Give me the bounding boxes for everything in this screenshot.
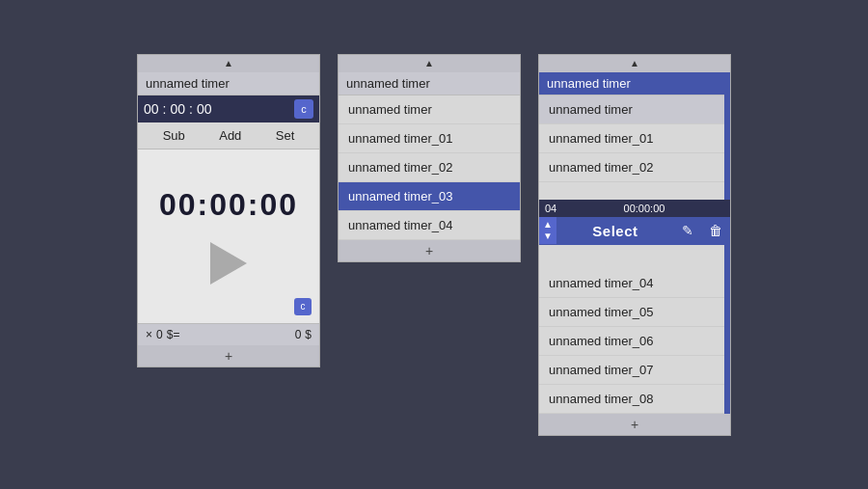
list-item[interactable]: unnamed timer_04 (339, 211, 520, 240)
popup-row-num: 04 (545, 203, 560, 214)
list-item[interactable]: unnamed timer (339, 95, 520, 124)
list-item-p3[interactable]: unnamed timer_07 (539, 356, 730, 385)
footer-value: 0 (156, 328, 163, 341)
popup-edit-button[interactable]: ✎ (674, 217, 701, 244)
list-item-p3[interactable]: unnamed timer_06 (539, 327, 730, 356)
timer-display-area: 00:00:00 c (138, 149, 319, 323)
colon2: : (189, 101, 193, 117)
list-item[interactable]: unnamed timer_03 (339, 182, 520, 211)
list-item-p3[interactable]: unnamed timer_02 (539, 153, 730, 182)
popup-bar: 04 00:00:00 (539, 200, 730, 217)
footer-dollar-eq: $= (167, 328, 180, 341)
play-button[interactable] (210, 242, 247, 285)
panel3-title: unnamed timer (539, 72, 730, 95)
panel2-title: unnamed timer (339, 72, 520, 95)
list-item[interactable]: unnamed timer_02 (339, 153, 520, 182)
popup-arrow-down-icon[interactable]: ▼ (543, 231, 553, 242)
timer-input-row: 00 : 00 : 00 c (138, 95, 319, 122)
c-badge-bottom: c (294, 298, 312, 315)
list-item-p3[interactable]: unnamed timer_01 (539, 124, 730, 153)
panels-container: unnamed timer 00 : 00 : 00 c Sub Add Set… (137, 54, 731, 436)
footer-multiply: × (146, 328, 152, 341)
play-icon (210, 242, 247, 285)
timer-seconds: 00 (197, 101, 212, 117)
panel-timer-list: unnamed timer unnamed timer unnamed time… (338, 54, 521, 262)
footer-result: 0 (295, 328, 302, 341)
popup-delete-button[interactable]: 🗑 (701, 217, 730, 244)
list-item-p3[interactable]: unnamed timer_04 (539, 269, 730, 298)
set-button[interactable]: Set (272, 126, 299, 145)
list-scroll-up-button[interactable] (339, 55, 520, 72)
sub-button[interactable]: Sub (159, 126, 189, 145)
timer-hours: 00 (144, 101, 159, 117)
scroll-up-button[interactable] (138, 55, 319, 72)
list-item-p3[interactable]: unnamed timer_08 (539, 385, 730, 414)
list-item[interactable]: unnamed timer_01 (339, 124, 520, 153)
footer-dollar2: $ (305, 328, 312, 341)
panel3-scroll-up-button[interactable] (539, 55, 730, 72)
list-item-p3[interactable]: unnamed timer (539, 95, 730, 124)
list-item-p3[interactable]: unnamed timer_05 (539, 298, 730, 327)
add-button[interactable]: Add (215, 126, 245, 145)
timer-big-display: 00:00:00 (159, 187, 298, 223)
popup-arrow-up-icon[interactable]: ▲ (543, 219, 553, 231)
edit-icon: ✎ (682, 223, 693, 238)
panel-timer-list-popup: unnamed timer unnamed timer unnamed time… (538, 54, 731, 436)
popup-overlay: 04 00:00:00 ▲ ▼ Select ✎ 🗑 (539, 200, 730, 245)
panel1-title: unnamed timer (138, 72, 319, 95)
colon1: : (163, 101, 167, 117)
delete-icon: 🗑 (709, 223, 722, 238)
popup-actions: ▲ ▼ Select ✎ 🗑 (539, 217, 730, 245)
panel3-add-button[interactable] (539, 414, 730, 435)
scroll-down-button[interactable] (138, 345, 319, 367)
popup-time: 00:00:00 (564, 203, 724, 214)
popup-scroll-arrows[interactable]: ▲ ▼ (539, 217, 556, 244)
popup-select-button[interactable]: Select (556, 217, 674, 245)
panel1-footer: × 0 $= 0 $ (138, 323, 319, 345)
timer-controls: Sub Add Set (138, 122, 319, 149)
timer-minutes: 00 (170, 101, 185, 117)
list-add-button[interactable] (339, 240, 520, 261)
panel-timer-control: unnamed timer 00 : 00 : 00 c Sub Add Set… (137, 54, 320, 367)
timer-reset-button[interactable]: c (294, 99, 313, 119)
